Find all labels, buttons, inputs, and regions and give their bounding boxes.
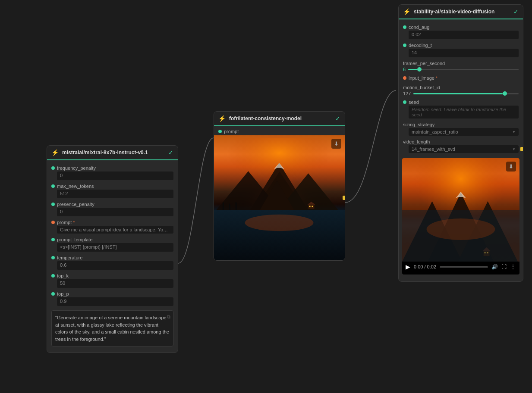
dot-cond-aug xyxy=(403,25,406,29)
video-length-select-wrapper[interactable]: 14_frames_with_svd 25_frames_with_svd_xt xyxy=(409,145,519,153)
video-fullscreen-btn[interactable]: ⛶ xyxy=(501,264,507,270)
label-input-image: input_image * xyxy=(409,75,438,81)
lcm-node-header: ⚡ fofr/latent-consistency-model ✓ xyxy=(214,112,345,126)
value-fps: 6 xyxy=(403,67,406,72)
svg-rect-11 xyxy=(312,206,313,207)
lcm-prompt-row: prompt xyxy=(214,126,345,135)
mistral-node-header: ⚡ mistralai/mixtral-8x7b-instruct-v0.1 ✓ xyxy=(47,146,178,160)
lake-svg xyxy=(214,210,345,260)
svd-waveform-icon: ⚡ xyxy=(403,8,410,15)
mistral-node: ⚡ mistralai/mixtral-8x7b-instruct-v0.1 ✓… xyxy=(47,145,178,353)
svg-point-25 xyxy=(427,218,495,240)
svg-point-13 xyxy=(245,215,314,231)
param-max-new-tokens: max_new_tokens 512 xyxy=(47,182,178,200)
dot-input-image xyxy=(403,76,406,80)
value-cond-aug[interactable]: 0.02 xyxy=(409,31,519,39)
param-prompt-template: prompt_template <s>[INST] {prompt} [/INS… xyxy=(47,235,178,253)
label-max-tokens: max_new_tokens xyxy=(57,184,94,189)
svd-title: stability-ai/stable-video-diffusion xyxy=(414,9,510,15)
label-video-length: video_length xyxy=(403,139,430,144)
motion-slider-track[interactable] xyxy=(413,93,519,94)
param-prompt: prompt * Give me a visual prompt idea fo… xyxy=(47,218,178,235)
video-mountain-svg xyxy=(402,158,519,262)
dot-top-k xyxy=(51,274,55,278)
sizing-select[interactable]: maintain_aspect_ratio crop_to_aspect_rat… xyxy=(409,128,519,136)
value-top-p[interactable]: 0.9 xyxy=(57,297,173,306)
param-top-k: top_k 50 xyxy=(47,271,178,290)
svd-node: ⚡ stability-ai/stable-video-diffusion ✓ … xyxy=(398,4,523,282)
label-prompt-template: prompt_template xyxy=(57,237,93,242)
motion-slider-thumb[interactable] xyxy=(503,91,507,96)
video-preview-image xyxy=(402,158,519,262)
label-presence: presence_penalty xyxy=(57,202,94,207)
dot-top-p xyxy=(51,292,55,296)
param-presence-penalty: presence_penalty 0 xyxy=(47,200,178,218)
label-decoding-t: decoding_t xyxy=(409,43,432,48)
seed-placeholder[interactable]: Random seed. Leave blank to randomize th… xyxy=(409,106,519,119)
label-lcm-prompt: prompt xyxy=(224,129,239,134)
fps-slider-thumb[interactable] xyxy=(417,67,422,72)
output-text-box: "Generate an image of a serene mountain … xyxy=(51,310,173,346)
video-play-btn[interactable]: ▶ xyxy=(406,263,410,270)
copy-icon[interactable]: ⧉ xyxy=(167,313,170,321)
param-sizing: sizing_strategy maintain_aspect_ratio cr… xyxy=(399,120,523,137)
value-prompt[interactable]: Give me a visual prompt idea for a lands… xyxy=(57,226,173,234)
label-top-p: top_p xyxy=(57,291,69,296)
video-menu-btn[interactable]: ⋮ xyxy=(510,263,516,270)
dot-seed xyxy=(403,100,406,104)
label-temperature: temperature xyxy=(57,255,82,260)
dot-max-tokens xyxy=(51,184,55,188)
param-temperature: temperature 0.6 xyxy=(47,253,178,271)
dot-frequency-penalty xyxy=(51,166,55,170)
sizing-select-wrapper[interactable]: maintain_aspect_ratio crop_to_aspect_rat… xyxy=(409,128,519,136)
video-volume-icon[interactable]: 🔊 xyxy=(491,264,498,270)
video-length-select[interactable]: 14_frames_with_svd 25_frames_with_svd_xt xyxy=(409,145,519,153)
video-controls: ▶ 0:00 / 0:02 🔊 ⛶ ⋮ xyxy=(402,262,519,272)
value-prompt-template[interactable]: <s>[INST] {prompt} [/INST] xyxy=(57,243,173,252)
video-download-btn[interactable]: ⬇ xyxy=(506,162,516,172)
param-top-p: top_p 0.9 xyxy=(47,290,178,308)
lcm-output-port[interactable] xyxy=(343,196,345,200)
svd-node-header: ⚡ stability-ai/stable-video-diffusion ✓ xyxy=(399,5,523,19)
video-player: ⬇ ▶ 0:00 / 0:02 🔊 ⛶ ⋮ xyxy=(402,158,519,274)
label-frequency-penalty: frequency_penalty xyxy=(57,165,96,171)
label-motion-bucket: motion_bucket_id xyxy=(403,85,440,90)
motion-slider-fill xyxy=(413,93,503,94)
svg-rect-5 xyxy=(223,203,224,211)
mistral-check-icon: ✓ xyxy=(168,149,173,156)
lcm-waveform-icon: ⚡ xyxy=(218,115,226,122)
label-seed: seed xyxy=(409,100,419,105)
video-progress-bar[interactable] xyxy=(440,266,488,268)
lcm-download-btn[interactable]: ⬇ xyxy=(331,139,341,149)
dot-temperature xyxy=(51,256,55,259)
video-time: 0:00 / 0:02 xyxy=(414,264,436,269)
svd-check-icon: ✓ xyxy=(513,8,519,15)
param-frequency-penalty: frequency_penalty 0 xyxy=(47,164,178,182)
label-cond-aug: cond_aug xyxy=(409,25,429,30)
mistral-body: frequency_penalty 0 max_new_tokens 512 p… xyxy=(47,160,178,352)
waveform-icon: ⚡ xyxy=(51,149,59,156)
label-fps: frames_per_second xyxy=(403,61,445,66)
canvas: ⚡ mistralai/mixtral-8x7b-instruct-v0.1 ✓… xyxy=(0,0,532,393)
label-sizing: sizing_strategy xyxy=(403,122,434,127)
param-video-length: video_length 14_frames_with_svd 25_frame… xyxy=(399,137,523,155)
param-decoding-t: decoding_t 14 xyxy=(399,41,523,59)
lcm-title: fofr/latent-consistency-model xyxy=(229,115,332,122)
video-length-port xyxy=(520,147,523,151)
value-frequency-penalty[interactable]: 0 xyxy=(57,172,173,180)
fps-slider-track[interactable] xyxy=(408,69,519,70)
dot-prompt-template xyxy=(51,238,55,241)
lcm-check-icon: ✓ xyxy=(335,115,340,122)
value-top-k[interactable]: 50 xyxy=(57,279,173,288)
param-input-image: input_image * xyxy=(399,74,523,83)
svg-rect-10 xyxy=(309,206,311,207)
value-max-tokens[interactable]: 512 xyxy=(57,190,173,198)
svd-body: cond_aug 0.02 decoding_t 14 frames_per_s… xyxy=(399,19,523,281)
value-temperature[interactable]: 0.6 xyxy=(57,261,173,270)
value-motion-bucket: 127 xyxy=(403,91,411,96)
value-decoding-t[interactable]: 14 xyxy=(409,49,519,57)
lcm-image-area: ⬇ xyxy=(214,135,345,260)
lcm-node: ⚡ fofr/latent-consistency-model ✓ prompt xyxy=(214,111,345,261)
mistral-title: mistralai/mixtral-8x7b-instruct-v0.1 xyxy=(62,150,165,156)
value-presence[interactable]: 0 xyxy=(57,208,173,216)
